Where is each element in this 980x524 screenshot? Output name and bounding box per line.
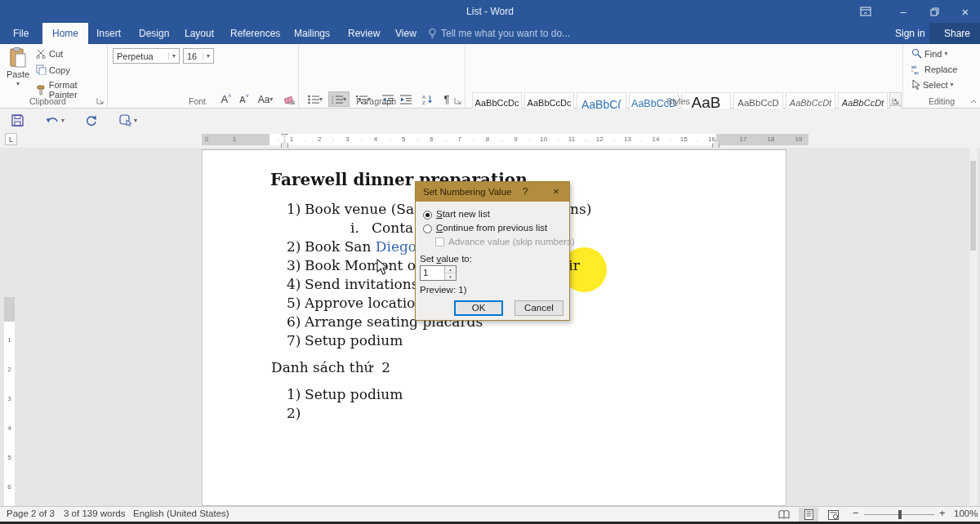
print-layout-icon	[804, 509, 813, 520]
continue-previous-list-radio[interactable]	[423, 224, 432, 233]
zoom-level[interactable]: 100%	[954, 508, 978, 518]
font-size-combobox[interactable]: 16 ▾	[183, 48, 214, 64]
search-icon	[911, 48, 922, 59]
preview-label: Preview: 1)	[420, 285, 467, 295]
dialog-close-button[interactable]: ×	[543, 182, 569, 202]
read-mode-button[interactable]	[774, 508, 794, 522]
list-number: 6)	[287, 313, 301, 330]
list-text-blue: Diego	[376, 238, 416, 255]
advance-value-checkbox[interactable]	[435, 238, 444, 246]
ruler-tick: ·	[669, 138, 670, 144]
undo-button[interactable]: ▾	[46, 111, 65, 129]
list-number: 1)	[287, 201, 301, 217]
cut-button[interactable]: Cut	[36, 49, 63, 59]
continue-previous-list-label: Continue from previous list	[436, 223, 547, 233]
paragraph-dialog-launcher-icon[interactable]	[454, 97, 462, 105]
zoom-slider-thumb[interactable]	[898, 510, 902, 519]
ruler-number: 9	[514, 135, 517, 143]
dialog-help-button[interactable]: ?	[514, 182, 537, 202]
tab-mailings[interactable]: Mailings	[284, 23, 340, 44]
tab-stop-selector[interactable]: L	[5, 133, 17, 145]
ruler-number: 14	[652, 135, 659, 143]
close-button[interactable]: ×	[951, 0, 980, 23]
word-window: List - Word – × File Home Insert Design …	[0, 0, 980, 524]
tab-view[interactable]: View	[385, 23, 426, 44]
tab-references[interactable]: References	[220, 23, 290, 44]
list-number: 5)	[287, 295, 301, 311]
tab-layout[interactable]: Layout	[175, 23, 224, 44]
restore-button[interactable]	[920, 0, 949, 23]
scrollbar-thumb[interactable]	[970, 161, 976, 251]
web-layout-button[interactable]	[823, 508, 843, 522]
styles-dialog-launcher-icon[interactable]	[892, 97, 900, 105]
zoom-in-button[interactable]: +	[939, 507, 946, 519]
ruler-number: 19	[795, 135, 803, 143]
read-mode-icon	[778, 510, 790, 519]
set-value-input[interactable]: 1	[423, 268, 428, 278]
ruler-tick: ·	[305, 138, 306, 144]
list-text: Setup podium	[305, 332, 403, 349]
collapse-ribbon-button[interactable]	[969, 97, 978, 105]
mouse-cursor-icon	[376, 259, 389, 276]
spinner-down-button[interactable]: ▾	[445, 273, 456, 281]
label-rest: tart new list	[443, 209, 490, 219]
replace-icon: abac	[911, 64, 922, 74]
font-dialog-launcher-icon[interactable]	[287, 97, 296, 105]
touch-mouse-mode-button[interactable]: ▾	[119, 111, 137, 129]
tell-me-box[interactable]: Tell me what you want to do...	[428, 23, 570, 44]
replace-button[interactable]: abac Replace	[911, 64, 957, 74]
spinner-up-button[interactable]: ▴	[445, 266, 456, 273]
paste-button[interactable]: Paste ▾	[4, 47, 32, 87]
clipboard-dialog-launcher-icon[interactable]	[96, 97, 105, 105]
ruler-tick: ·	[641, 138, 643, 144]
tab-home[interactable]: Home	[42, 23, 88, 44]
print-layout-button[interactable]	[799, 508, 818, 522]
ruler-number: 16	[708, 135, 715, 143]
list-text: Book venue (Sa	[305, 201, 414, 217]
save-button[interactable]	[11, 111, 24, 129]
titlebar: List - Word – ×	[0, 0, 980, 23]
vertical-scrollbar[interactable]	[969, 148, 977, 506]
sign-in-button[interactable]: Sign in	[895, 23, 925, 44]
set-value-spinner[interactable]: 1 ▴ ▾	[420, 265, 457, 281]
set-value-label: Set value to:	[420, 254, 472, 264]
cancel-button[interactable]: Cancel	[514, 300, 564, 316]
copy-icon	[36, 64, 47, 75]
chevron-down-icon: ▾	[203, 52, 213, 60]
select-button[interactable]: Select ▾	[911, 79, 954, 90]
list-text: Conta	[372, 220, 413, 236]
svg-text:ac: ac	[914, 70, 919, 74]
start-new-list-radio[interactable]	[423, 211, 432, 220]
minimize-button[interactable]: –	[889, 0, 918, 23]
status-bar: Page 2 of 3 3 of 139 words English (Unit…	[0, 506, 980, 522]
copy-button[interactable]: Copy	[36, 64, 70, 75]
ribbon-display-options-icon[interactable]	[851, 0, 880, 23]
cut-label: Cut	[49, 49, 63, 59]
tab-insert[interactable]: Insert	[87, 23, 131, 44]
save-icon	[11, 114, 24, 127]
chevron-down-icon: ▾	[168, 52, 179, 60]
ruler-tick: ·	[501, 138, 502, 144]
font-family-value: Perpetua	[114, 51, 168, 61]
word-count[interactable]: 3 of 139 words	[64, 508, 125, 518]
share-button[interactable]: Share	[929, 23, 980, 44]
page-count[interactable]: Page 2 of 3	[7, 508, 55, 518]
redo-button[interactable]	[85, 111, 97, 129]
ruler-number: 10	[540, 135, 547, 143]
ok-button[interactable]: OK	[454, 300, 503, 316]
font-family-combobox[interactable]: Perpetua ▾	[113, 48, 180, 64]
clipboard-group-label: Clipboard	[0, 96, 96, 106]
tab-file[interactable]: File	[3, 23, 38, 44]
language-indicator[interactable]: English (United States)	[133, 508, 229, 518]
tab-review[interactable]: Review	[338, 23, 390, 44]
ruler-tick: ·	[445, 138, 447, 144]
find-button[interactable]: Find ▾	[911, 48, 947, 59]
window-title: List - Word	[0, 6, 980, 17]
zoom-out-button[interactable]: −	[853, 507, 859, 519]
ruler-number: 3	[345, 135, 349, 143]
list-number: 4)	[287, 276, 301, 292]
list-text: Book San Diego	[305, 238, 416, 255]
ruler-tick: ·	[473, 138, 474, 144]
tab-design[interactable]: Design	[129, 23, 179, 44]
start-new-list-label: Start new list	[436, 209, 490, 219]
